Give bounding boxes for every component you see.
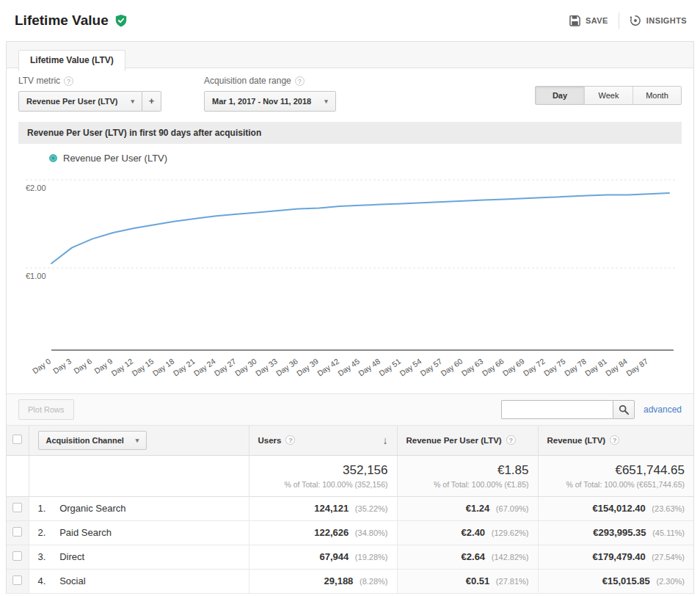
header-divider <box>619 12 619 29</box>
ltv-metric-select[interactable]: Revenue Per User (LTV) ▾ <box>18 91 142 112</box>
row-checkbox[interactable] <box>12 551 22 561</box>
date-range-value: Mar 1, 2017 - Nov 11, 2018 <box>212 97 311 106</box>
total-revenue: €651,744.65 <box>547 463 685 478</box>
row-checkbox[interactable] <box>12 503 22 512</box>
svg-text:Day 42: Day 42 <box>316 357 340 378</box>
channel-name[interactable]: Paid Search <box>59 527 112 538</box>
svg-text:Day 45: Day 45 <box>336 357 361 378</box>
row-checkbox[interactable] <box>12 527 22 537</box>
insights-label: INSIGHTS <box>646 16 687 25</box>
verified-shield-icon <box>114 14 128 27</box>
svg-text:Day 60: Day 60 <box>439 357 464 378</box>
table-row[interactable]: 3. Direct 67,944 (19.28%) €2.64 (142.82%… <box>7 545 693 569</box>
revenue-per-user-value: €0.51 <box>466 575 490 586</box>
table-row[interactable]: 2. Paid Search 122,626 (34.80%) €2.40 (1… <box>7 520 693 545</box>
svg-text:Day 84: Day 84 <box>604 357 629 378</box>
col-header-users[interactable]: Users <box>258 436 282 445</box>
chart-body: €2.00€1.00Day 0Day 3Day 6Day 9Day 12Day … <box>18 144 682 388</box>
users-percent: (8.28%) <box>360 577 388 586</box>
granularity-month-button[interactable]: Month <box>632 87 681 104</box>
svg-text:Day 33: Day 33 <box>254 357 279 378</box>
dimension-label: Acquisition Channel <box>46 436 124 445</box>
granularity-day-button[interactable]: Day <box>536 87 584 104</box>
svg-text:Day 75: Day 75 <box>542 357 567 378</box>
revenue-per-user-percent: (142.82%) <box>492 553 529 562</box>
svg-text:Day 15: Day 15 <box>130 357 155 378</box>
table-row[interactable]: 1. Organic Search 124,121 (35.22%) €1.24… <box>7 496 693 520</box>
revenue-percent: (2.30%) <box>656 577 685 586</box>
search-button[interactable] <box>613 400 635 419</box>
users-value: 67,944 <box>319 551 349 562</box>
row-index: 3. <box>38 551 57 562</box>
svg-text:€2.00: €2.00 <box>26 183 46 192</box>
ltv-metric-value: Revenue Per User (LTV) <box>26 97 118 106</box>
date-range-label: Acquisition date range <box>204 76 291 86</box>
table-body: 1. Organic Search 124,121 (35.22%) €1.24… <box>7 496 693 593</box>
ltv-chart-svg[interactable]: €2.00€1.00Day 0Day 3Day 6Day 9Day 12Day … <box>18 144 695 388</box>
revenue-percent: (27.54%) <box>652 553 685 562</box>
users-percent: (19.28%) <box>355 553 388 562</box>
chevron-down-icon: ▾ <box>131 98 135 105</box>
total-revenue-per-user: €1.85 <box>406 463 529 478</box>
row-index: 1. <box>38 503 57 514</box>
svg-text:Day 63: Day 63 <box>459 357 484 378</box>
svg-text:Day 51: Day 51 <box>377 357 402 378</box>
svg-text:Day 48: Day 48 <box>357 357 382 378</box>
table-search-input[interactable] <box>501 400 613 419</box>
granularity-week-button[interactable]: Week <box>584 87 632 104</box>
col-header-revenue[interactable]: Revenue (LTV) <box>547 436 606 445</box>
chart-legend[interactable]: Revenue Per User (LTV) <box>49 153 167 164</box>
users-value: 124,121 <box>314 503 349 514</box>
revenue-value: €179,479.40 <box>592 551 645 562</box>
total-users-subtext: % of Total: 100.00% (352,156) <box>258 480 388 489</box>
users-percent: (34.80%) <box>355 528 388 537</box>
help-icon[interactable]: ? <box>506 435 516 445</box>
svg-text:Day 3: Day 3 <box>51 357 73 376</box>
svg-text:Day 81: Day 81 <box>583 357 608 378</box>
sort-desc-icon[interactable]: ↓ <box>383 435 388 446</box>
dimension-select-button[interactable]: Acquisition Channel ▾ <box>38 431 147 450</box>
tab-lifetime-value[interactable]: Lifetime Value (LTV) <box>18 50 125 71</box>
table-toolbar: Plot Rows advanced <box>7 393 693 426</box>
plot-rows-button[interactable]: Plot Rows <box>18 399 74 420</box>
save-button[interactable]: SAVE <box>569 15 608 26</box>
total-users: 352,156 <box>258 463 388 478</box>
help-icon[interactable]: ? <box>610 435 619 445</box>
date-range-group: Acquisition date range ? Mar 1, 2017 - N… <box>204 76 336 112</box>
revenue-per-user-percent: (67.09%) <box>496 504 529 513</box>
totals-row: 352,156 % of Total: 100.00% (352,156) €1… <box>7 455 693 496</box>
channel-name[interactable]: Direct <box>59 551 84 562</box>
channel-name[interactable]: Organic Search <box>59 503 125 514</box>
legend-dot-icon <box>49 154 57 162</box>
revenue-per-user-percent: (27.81%) <box>496 577 529 586</box>
row-checkbox[interactable] <box>12 575 22 585</box>
row-index: 4. <box>38 575 57 586</box>
svg-text:Day 66: Day 66 <box>480 357 505 378</box>
channel-name[interactable]: Social <box>59 575 85 586</box>
revenue-percent: (45.11%) <box>652 528 685 537</box>
page-title: Lifetime Value <box>15 12 109 29</box>
top-header: Lifetime Value SAVE INSIGHTS <box>0 0 700 41</box>
svg-text:Day 36: Day 36 <box>274 357 299 378</box>
chevron-down-icon: ▾ <box>324 98 328 105</box>
help-icon[interactable]: ? <box>285 435 295 445</box>
advanced-search-link[interactable]: advanced <box>644 404 682 415</box>
svg-text:Day 78: Day 78 <box>563 357 588 378</box>
help-icon[interactable]: ? <box>64 76 73 86</box>
select-all-checkbox[interactable] <box>12 435 22 444</box>
table-row[interactable]: 4. Social 29,188 (8.28%) €0.51 (27.81%) … <box>7 569 693 593</box>
col-header-revenue-per-user[interactable]: Revenue Per User (LTV) <box>406 436 502 445</box>
svg-text:Day 72: Day 72 <box>522 357 547 378</box>
row-index: 2. <box>38 527 57 538</box>
help-icon[interactable]: ? <box>295 76 305 86</box>
svg-text:€1.00: €1.00 <box>26 272 46 280</box>
revenue-value: €15,015.85 <box>602 575 650 586</box>
insights-button[interactable]: INSIGHTS <box>630 15 687 26</box>
revenue-per-user-value: €2.64 <box>462 551 486 562</box>
date-range-select[interactable]: Mar 1, 2017 - Nov 11, 2018 ▾ <box>204 91 336 112</box>
revenue-per-user-percent: (129.62%) <box>492 528 529 537</box>
revenue-per-user-value: €2.40 <box>462 527 486 538</box>
add-metric-button[interactable]: + <box>142 91 161 112</box>
svg-text:Day 30: Day 30 <box>233 357 258 378</box>
svg-text:Day 27: Day 27 <box>213 357 238 378</box>
